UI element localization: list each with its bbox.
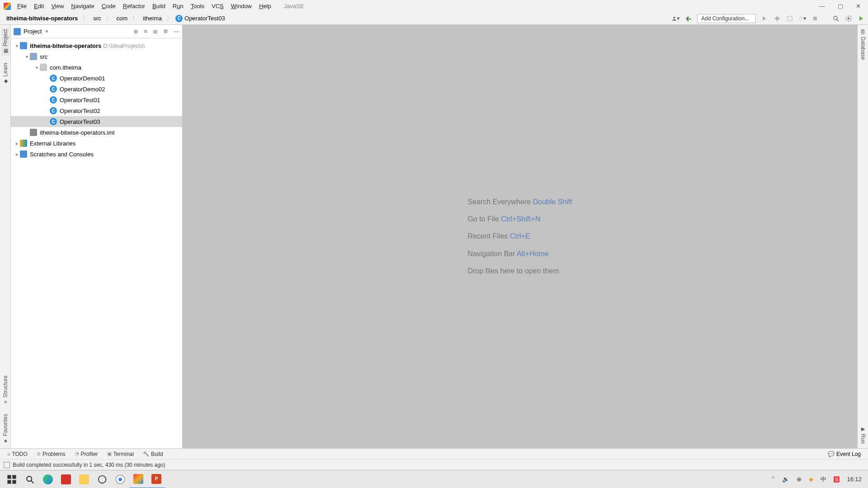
menubar: File Edit View Navigate Code Refactor Bu… — [0, 0, 868, 12]
window-close[interactable]: ✕ — [856, 3, 861, 9]
window-minimize[interactable]: — — [819, 3, 825, 9]
menu-code[interactable]: Code — [98, 2, 119, 10]
window-maximize[interactable]: ▢ — [838, 3, 843, 9]
run-button[interactable] — [760, 14, 769, 23]
chevron-down-icon[interactable]: ▾ — [24, 54, 30, 59]
chevron-right-icon[interactable]: ▸ — [14, 152, 20, 157]
btab-profiler[interactable]: ◔Profiler — [70, 451, 103, 457]
btab-terminal[interactable]: ▣Terminal — [103, 451, 138, 457]
tree-file[interactable]: C OperatorDemo02 — [11, 84, 182, 94]
menu-edit[interactable]: Edit — [30, 2, 47, 10]
taskbar-powerpoint[interactable]: P — [147, 470, 165, 488]
expand-all-icon[interactable]: ≡ — [144, 28, 147, 35]
search-everywhere-icon[interactable] — [832, 14, 840, 23]
breadcrumb-itheima[interactable]: itheima — [139, 15, 165, 22]
tree-file[interactable]: C OperatorDemo01 — [11, 73, 182, 84]
build-icon[interactable] — [684, 14, 693, 23]
right-tab-run[interactable]: ▶Run — [859, 424, 867, 446]
collapse-all-icon[interactable]: ≣ — [153, 28, 158, 35]
class-icon: C — [50, 75, 57, 82]
chevron-right-icon[interactable]: ▸ — [14, 141, 20, 146]
tray-ime-icon[interactable]: 中 — [821, 475, 826, 483]
project-view-dropdown[interactable]: ▼ — [44, 29, 49, 34]
taskbar-chrome[interactable] — [111, 470, 129, 488]
statusbar: Build completed successfully in 1 sec, 4… — [0, 459, 868, 470]
editor-area[interactable]: Search Everywhere Double Shift Go to Fil… — [183, 25, 857, 448]
left-tab-project[interactable]: ▦Project — [1, 28, 9, 56]
menu-tools[interactable]: Tools — [187, 2, 208, 10]
tree-file-selected[interactable]: C OperatorTest03 — [11, 116, 182, 127]
run-anything-icon[interactable] — [857, 14, 865, 23]
menu-run[interactable]: Run — [169, 2, 187, 10]
right-tab-database[interactable]: 🗄Database — [859, 28, 867, 61]
tree-root[interactable]: ▾ itheima-bitwise-operatorsD:\IdeaProjec… — [11, 40, 182, 51]
left-tab-favorites[interactable]: ★Favorites — [1, 412, 9, 446]
settings-icon[interactable] — [844, 14, 853, 23]
breadcrumb-sep: 〉 — [81, 14, 90, 23]
breadcrumb-root[interactable]: itheima-bitwise-operators — [3, 15, 81, 22]
tree-scratches[interactable]: ▸ Scratches and Consoles — [11, 149, 182, 160]
class-icon: C — [50, 107, 57, 114]
btab-build[interactable]: 🔨Build — [138, 451, 168, 457]
taskbar-cortana[interactable] — [93, 470, 111, 488]
menu-navigate[interactable]: Navigate — [67, 2, 98, 10]
taskbar-search[interactable] — [21, 470, 39, 488]
left-tab-structure[interactable]: ≡Structure — [1, 374, 9, 407]
locate-icon[interactable]: ⊕ — [133, 28, 138, 35]
tree-file[interactable]: C OperatorTest01 — [11, 94, 182, 105]
menu-file[interactable]: File — [14, 2, 30, 10]
svg-rect-9 — [813, 17, 817, 20]
svg-rect-13 — [7, 475, 11, 479]
start-button[interactable] — [3, 470, 21, 488]
breadcrumb-com[interactable]: com — [113, 15, 132, 22]
taskbar-clock[interactable]: 16:12 — [847, 476, 862, 483]
taskbar-explorer[interactable] — [75, 470, 93, 488]
libraries-icon — [20, 140, 27, 147]
menu-window[interactable]: Window — [227, 2, 255, 10]
project-panel: Project ▼ ⊕ ≡ ≣ ✲ — ▾ itheima-bitwise-op… — [11, 25, 183, 448]
profile-button[interactable]: ▾ — [798, 14, 807, 23]
chevron-down-icon[interactable]: ▾ — [33, 65, 40, 70]
coverage-button[interactable] — [786, 14, 794, 23]
statusbar-icon[interactable] — [4, 462, 10, 468]
taskbar-edge[interactable] — [39, 470, 57, 488]
taskbar-intellij[interactable] — [129, 470, 147, 488]
breadcrumb-src[interactable]: src — [90, 15, 104, 22]
tree-file[interactable]: C OperatorTest02 — [11, 105, 182, 116]
svg-point-1 — [775, 17, 779, 20]
project-tree[interactable]: ▾ itheima-bitwise-operatorsD:\IdeaProjec… — [11, 38, 182, 448]
tray-sogou-icon[interactable]: S — [834, 476, 840, 483]
hide-panel-icon[interactable]: — — [174, 28, 179, 35]
tray-chevron-up-icon[interactable]: ˄ — [772, 476, 775, 483]
tree-libraries[interactable]: ▸ External Libraries — [11, 138, 182, 149]
debug-button[interactable] — [773, 14, 781, 23]
btab-eventlog[interactable]: 💬Event Log — [823, 451, 865, 457]
btab-todo[interactable]: ≡TODO — [3, 451, 32, 457]
tray-app-icon[interactable]: ◆ — [809, 476, 813, 483]
menu-build[interactable]: Build — [149, 2, 169, 10]
stop-button[interactable] — [811, 14, 819, 23]
tree-package[interactable]: ▾ com.itheima — [11, 62, 182, 73]
svg-rect-16 — [12, 480, 16, 483]
menu-help[interactable]: Help — [255, 2, 275, 10]
breadcrumb-sep: 〉 — [165, 14, 174, 23]
svg-rect-14 — [12, 475, 16, 479]
menu-refactor[interactable]: Refactor — [119, 2, 149, 10]
run-config-combo[interactable]: Add Configuration... — [697, 14, 756, 23]
menu-vcs[interactable]: VCS — [208, 2, 227, 10]
tray-network-icon[interactable]: ⊕ — [797, 476, 802, 483]
right-tool-strip: 🗄Database ▶Run — [857, 25, 868, 448]
tray-volume-icon[interactable]: 🔉 — [782, 476, 789, 483]
menu-view[interactable]: View — [47, 2, 67, 10]
taskbar-app-red[interactable] — [57, 470, 75, 488]
bottom-tool-tabs: ≡TODO ⊘Problems ◔Profiler ▣Terminal 🔨Bui… — [0, 448, 868, 459]
left-tab-learn[interactable]: ◆Learn — [1, 61, 9, 86]
tree-iml[interactable]: itheima-bitwise-operators.iml — [11, 127, 182, 138]
panel-settings-icon[interactable]: ✲ — [163, 28, 168, 35]
project-view-title[interactable]: Project — [24, 28, 42, 35]
user-icon[interactable]: ▾ — [672, 14, 680, 23]
tree-src[interactable]: ▾ src — [11, 51, 182, 62]
btab-problems[interactable]: ⊘Problems — [32, 451, 70, 457]
breadcrumb-class[interactable]: C OperatorTest03 — [174, 15, 229, 22]
chevron-down-icon[interactable]: ▾ — [14, 43, 20, 48]
